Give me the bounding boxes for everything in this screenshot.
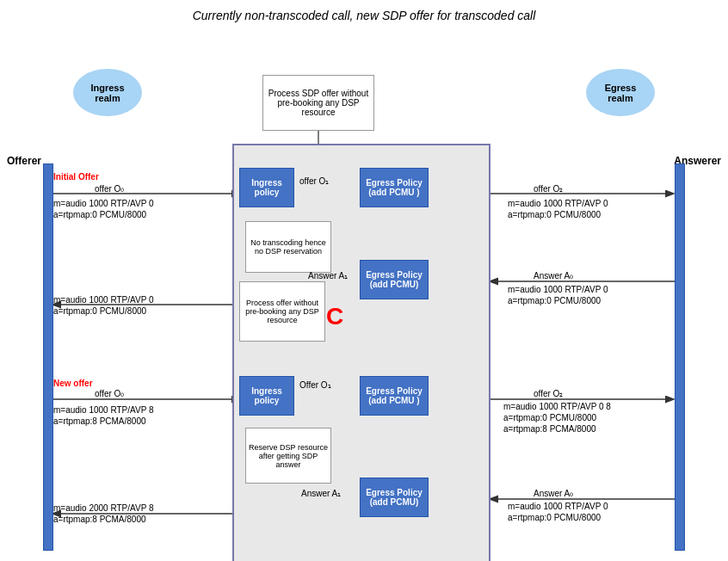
reserve-dsp-box: Reserve DSP resource after getting SDP a…: [245, 428, 331, 484]
egress-policy-3: Egress Policy(add PCMU ): [360, 376, 429, 416]
sdp-offer-left-1: m=audio 1000 RTP/AVP 0a=rtpmap:0 PCMU/80…: [53, 198, 153, 220]
new-offer-label: New offer: [53, 379, 93, 388]
no-transcoding-box: No transcoding hence no DSP reservation: [245, 221, 331, 273]
answer-a1-label-1: Answer A₁: [308, 271, 348, 280]
diagram-area: Ingressrealm Egressrealm Offerer Answere…: [0, 28, 728, 552]
ingress-policy-2: Ingresspolicy: [239, 376, 294, 416]
sdp-answer-left-1: m=audio 1000 RTP/AVP 0a=rtpmap:0 PCMU/80…: [53, 294, 153, 317]
sdp-answer-right-2: m=audio 1000 RTP/AVP 0a=rtpmap:0 PCMU/80…: [508, 501, 608, 523]
offer-o0-label-1: offer O₀: [95, 184, 124, 194]
process-box-top: Process SDP offer without pre-booking an…: [262, 75, 374, 131]
cloud-egress-label: Egressrealm: [605, 83, 637, 103]
cloud-ingress-label: Ingressrealm: [90, 83, 124, 103]
egress-policy-1: Egress Policy(add PCMU ): [360, 168, 429, 207]
offer-o1-label-1: offer O₁: [299, 176, 329, 186]
offerer-bar: [43, 163, 53, 551]
cloud-ingress: Ingressrealm: [73, 69, 142, 116]
answer-a0-label-2: Answer A₀: [534, 489, 573, 498]
offer-o0-label-2: offer O₀: [95, 389, 124, 398]
initial-offer-label: Initial Offer: [53, 172, 99, 182]
page-title: Currently non-transcoded call, new SDP o…: [0, 0, 728, 28]
sdp-answer-left-2: m=audio 2000 RTP/AVP 8a=rtpmap:8 PCMA/80…: [53, 502, 153, 525]
cloud-egress: Egressrealm: [586, 69, 655, 116]
egress-policy-4: Egress Policy(add PCMU): [360, 478, 429, 517]
sdp-offer-right-2: m=audio 1000 RTP/AVP 0 8a=rtpmap:0 PCMU/…: [503, 401, 611, 435]
egress-policy-2: Egress Policy(add PCMU): [360, 260, 429, 299]
offer-o2-label-1: offer O₂: [534, 184, 563, 194]
sdp-offer-left-2: m=audio 1000 RTP/AVP 8a=rtpmap:8 PCMA/80…: [53, 404, 153, 427]
answer-a1-label-2: Answer A₁: [301, 489, 341, 498]
ingress-policy-1: Ingresspolicy: [239, 168, 294, 207]
offer-o2-label-2: offer O₂: [534, 389, 563, 398]
sdp-offer-right-1: m=audio 1000 RTP/AVP 0a=rtpmap:0 PCMU/80…: [508, 198, 608, 220]
offer-o1-label-2: Offer O₁: [299, 380, 331, 390]
process-offer-box: Process offer without pre-booking any DS…: [239, 281, 325, 342]
offerer-label: Offerer: [7, 155, 41, 167]
answerer-bar: [675, 163, 685, 551]
answer-a0-label-1: Answer A₀: [534, 271, 573, 280]
sdp-answer-right-1: m=audio 1000 RTP/AVP 0a=rtpmap:0 PCMU/80…: [508, 284, 608, 306]
